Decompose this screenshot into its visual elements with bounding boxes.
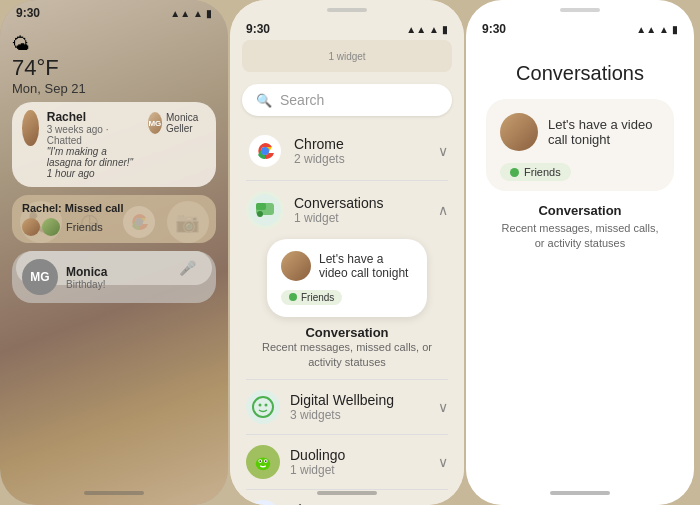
conversations-chevron: ∧ — [438, 202, 448, 218]
conv-desc-title: Conversation — [246, 325, 448, 340]
monica-small-avatar: MG — [148, 112, 162, 134]
svg-point-3 — [261, 147, 269, 155]
chrome-count: 2 widgets — [294, 152, 428, 166]
svg-rect-6 — [256, 203, 266, 210]
wifi-icon-2: ▲ — [429, 24, 439, 35]
partial-widget-label: 1 widget — [328, 51, 365, 62]
conversations-count: 1 widget — [294, 211, 428, 225]
rachel-info: Rachel 3 weeks ago · Chatted "I'm making… — [47, 110, 140, 179]
conversations-name: Conversations — [294, 195, 428, 211]
conv-widget-large[interactable]: Let's have a video call tonight Friends — [486, 99, 674, 191]
chrome-widget-info: Chrome 2 widgets — [294, 136, 428, 166]
duo-name: Duolingo — [290, 447, 428, 463]
status-bar-3: 9:30 ▲▲ ▲ ▮ — [466, 16, 694, 38]
weather-icon: 🌤 — [12, 34, 30, 54]
monica-sub: Birthday! — [66, 279, 107, 290]
conv-preview-text: Let's have a video call tonight — [319, 252, 413, 280]
rachel-name: Rachel — [47, 110, 140, 124]
conv-preview-avatar — [281, 251, 311, 281]
phone3-title: Conversations — [478, 62, 682, 85]
widget-conversations[interactable]: Conversations 1 widget ∧ — [230, 181, 464, 239]
duo-chevron: ∨ — [438, 454, 448, 470]
conv-badge-dot — [289, 293, 297, 301]
conv-desc-section: Conversation Recent messages, missed cal… — [230, 325, 464, 379]
weather-temp: 74°F — [12, 55, 216, 81]
search-placeholder: Search — [280, 92, 324, 108]
conv-widget-large-text: Let's have a video call tonight — [548, 117, 660, 147]
conversations-widget-info: Conversations 1 widget — [294, 195, 428, 225]
conv-badge-label: Friends — [301, 292, 334, 303]
time-1: 9:30 — [16, 6, 40, 20]
duo-count: 1 widget — [290, 463, 428, 477]
chrome-chevron: ∨ — [438, 143, 448, 159]
dw-chevron: ∨ — [438, 399, 448, 415]
signal-icon-2: ▲▲ — [406, 24, 426, 35]
wifi-icon-3: ▲ — [659, 24, 669, 35]
conv-widget-large-row: Let's have a video call tonight — [500, 113, 660, 151]
duo-app-icon — [246, 445, 280, 479]
conv-badge-large-label: Friends — [524, 166, 561, 178]
conv-badge-large: Friends — [500, 163, 571, 181]
status-bar-1: 9:30 ▲▲ ▲ ▮ — [0, 0, 228, 22]
widget-digital-wellbeing[interactable]: Digital Wellbeing 3 widgets ∨ — [230, 380, 464, 434]
dw-widget-info: Digital Wellbeing 3 widgets — [290, 392, 428, 422]
conv-preview-area: Let's have a video call tonight Friends — [230, 239, 464, 325]
top-handle-2 — [327, 8, 367, 12]
monica-info: Monica Birthday! — [66, 265, 107, 290]
chrome-app-icon — [246, 132, 284, 170]
chrome-name: Chrome — [294, 136, 428, 152]
phone3-desc: Conversation Recent messages, missed cal… — [478, 203, 682, 252]
conv-widget-preview[interactable]: Let's have a video call tonight Friends — [267, 239, 427, 317]
time-2: 9:30 — [246, 22, 270, 36]
rachel-avatar — [22, 110, 39, 146]
svg-point-10 — [265, 403, 268, 406]
search-icon: 🔍 — [256, 93, 272, 108]
handle-bar-1 — [84, 491, 144, 495]
svg-point-8 — [253, 397, 273, 417]
missed-call-card[interactable]: Rachel: Missed call Friends — [12, 195, 216, 243]
handle-bar-2 — [317, 491, 377, 495]
duo-widget-info: Duolingo 1 widget — [290, 447, 428, 477]
battery-icon: ▮ — [206, 8, 212, 19]
conv-badge-large-dot — [510, 168, 519, 177]
phone3: 9:30 ▲▲ ▲ ▮ Conversations Let's have a v… — [466, 0, 694, 505]
svg-point-7 — [257, 211, 263, 217]
time-3: 9:30 — [482, 22, 506, 36]
conversations-app-icon — [246, 191, 284, 229]
status-icons-3: ▲▲ ▲ ▮ — [636, 24, 678, 35]
handle-bar-3 — [550, 491, 610, 495]
monica-name-small: Monica Geller — [166, 112, 206, 134]
widget-duolingo[interactable]: Duolingo 1 widget ∨ — [230, 435, 464, 489]
conv-preview-row: Let's have a video call tonight — [281, 251, 413, 281]
weather-date: Mon, Sep 21 — [12, 81, 216, 96]
widget-picker: 1 widget 🔍 Search — [230, 38, 464, 505]
monica-card[interactable]: MG Monica Birthday! — [12, 251, 216, 303]
signal-icon-3: ▲▲ — [636, 24, 656, 35]
dw-app-icon — [246, 390, 280, 424]
wifi-icon: ▲ — [193, 8, 203, 19]
conv-desc-sub: Recent messages, missed calls, or activi… — [246, 340, 448, 371]
dw-name: Digital Wellbeing — [290, 392, 428, 408]
svg-point-9 — [259, 403, 262, 406]
friends-label: Friends — [66, 221, 103, 233]
status-icons-1: ▲▲ ▲ ▮ — [170, 8, 212, 19]
rachel-sub: 3 weeks ago · Chatted — [47, 124, 140, 146]
rachel-msg: "I'm making a lasagna for dinner!" 1 hou… — [47, 146, 140, 179]
status-bar-2: 9:30 ▲▲ ▲ ▮ — [230, 16, 464, 38]
phone3-content: Conversations Let's have a video call to… — [466, 38, 694, 252]
missed-call-text: Rachel: Missed call — [22, 202, 206, 214]
conv-badge: Friends — [281, 290, 342, 305]
friends-row: Friends — [22, 218, 206, 236]
top-handle-3 — [560, 8, 600, 12]
svg-point-15 — [265, 460, 267, 462]
phone3-desc-sub: Recent messages, missed calls, or activi… — [498, 221, 662, 252]
monica-name: Monica — [66, 265, 107, 279]
friends-avatar-1 — [22, 218, 40, 236]
rachel-card[interactable]: Rachel 3 weeks ago · Chatted "I'm making… — [12, 102, 216, 187]
phone1: 9:30 ▲▲ ▲ ▮ 🌤 74°F Mon, Sep 21 Rachel — [0, 0, 228, 505]
search-box[interactable]: 🔍 Search — [242, 84, 452, 116]
widget-chrome[interactable]: Chrome 2 widgets ∨ — [230, 122, 464, 180]
phone3-desc-title: Conversation — [498, 203, 662, 218]
status-icons-2: ▲▲ ▲ ▮ — [406, 24, 448, 35]
battery-icon-3: ▮ — [672, 24, 678, 35]
